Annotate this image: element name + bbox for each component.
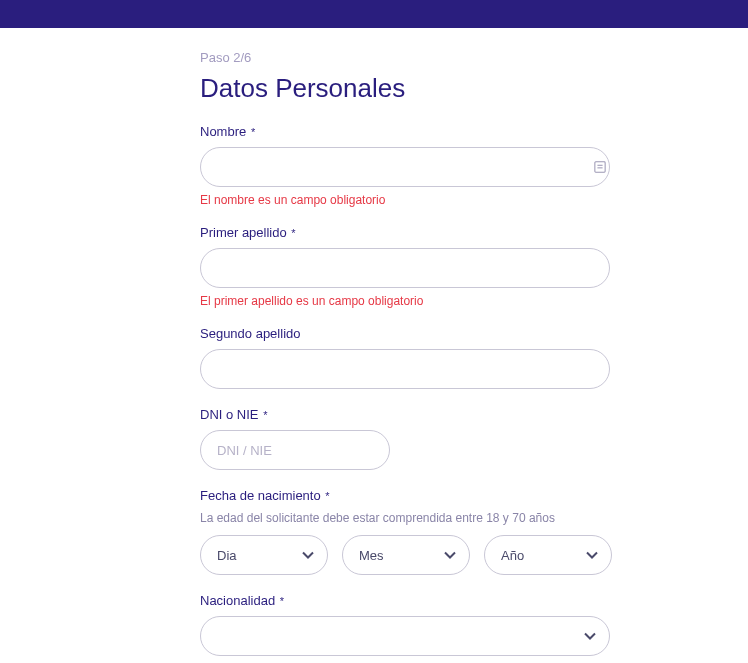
primer-apellido-input[interactable] [200,248,610,288]
field-dni-nie: DNI o NIE * [200,407,620,470]
label-text: Primer apellido [200,225,287,240]
segundo-apellido-input[interactable] [200,349,610,389]
hint-fecha-nacimiento: La edad del solicitante debe estar compr… [200,511,620,525]
input-wrap-dni-nie [200,430,620,470]
field-nombre: Nombre * El nombre es un campo obligator… [200,124,620,207]
required-asterisk: * [325,490,329,502]
page-title: Datos Personales [200,73,620,104]
label-text: Fecha de nacimiento [200,488,321,503]
mes-select[interactable]: Mes [342,535,470,575]
select-wrap-ano: Año [484,535,612,575]
field-segundo-apellido: Segundo apellido [200,326,620,389]
nacionalidad-select[interactable] [200,616,610,656]
label-text: Segundo apellido [200,326,300,341]
field-nacionalidad: Nacionalidad * [200,593,620,656]
dia-select[interactable]: Dia [200,535,328,575]
step-indicator: Paso 2/6 [200,50,620,65]
label-nombre: Nombre * [200,124,620,139]
dni-nie-input[interactable] [200,430,390,470]
label-primer-apellido: Primer apellido * [200,225,620,240]
error-primer-apellido: El primer apellido es un campo obligator… [200,294,620,308]
field-fecha-nacimiento: Fecha de nacimiento * La edad del solici… [200,488,620,575]
top-bar [0,0,748,28]
date-row: Dia Mes Año [200,535,620,575]
label-dni-nie: DNI o NIE * [200,407,620,422]
required-asterisk: * [263,409,267,421]
input-wrap-nombre [200,147,620,187]
label-fecha-nacimiento: Fecha de nacimiento * [200,488,620,503]
required-asterisk: * [291,227,295,239]
label-text: Nacionalidad [200,593,275,608]
field-primer-apellido: Primer apellido * El primer apellido es … [200,225,620,308]
input-wrap-primer-apellido [200,248,620,288]
form-container: Paso 2/6 Datos Personales Nombre * El no… [0,28,620,663]
label-segundo-apellido: Segundo apellido [200,326,620,341]
nombre-input[interactable] [200,147,610,187]
label-nacionalidad: Nacionalidad * [200,593,620,608]
required-asterisk: * [251,126,255,138]
label-text: Nombre [200,124,246,139]
error-nombre: El nombre es un campo obligatorio [200,193,620,207]
label-text: DNI o NIE [200,407,259,422]
select-wrap-mes: Mes [342,535,470,575]
select-wrap-dia: Dia [200,535,328,575]
ano-select[interactable]: Año [484,535,612,575]
required-asterisk: * [280,595,284,607]
select-wrap-nacionalidad [200,616,610,656]
input-wrap-segundo-apellido [200,349,620,389]
